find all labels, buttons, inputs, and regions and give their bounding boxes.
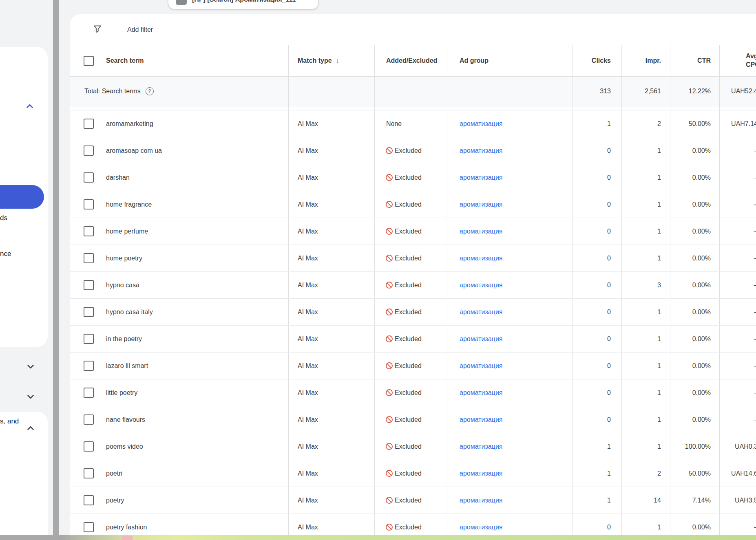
chevron-down-icon[interactable] (25, 391, 36, 402)
match-type-value: AI Max (289, 174, 318, 181)
ad-group-link[interactable]: ароматизация (447, 497, 503, 504)
header-ad-group[interactable]: Ad group (447, 45, 573, 76)
sidebar-primary-button[interactable] (0, 185, 44, 209)
sidebar-item-label-cropped[interactable]: nce (0, 250, 11, 258)
header-added-excluded[interactable]: Added/Excluded (374, 45, 447, 76)
row-checkbox[interactable] (84, 199, 94, 209)
ad-group-link[interactable]: ароматизация (447, 416, 503, 423)
row-checkbox[interactable] (84, 361, 94, 371)
status-text: Excluded (395, 443, 422, 450)
row-checkbox[interactable] (84, 388, 94, 398)
row-checkbox[interactable] (84, 495, 94, 505)
ctr-value: 0.00% (670, 406, 719, 433)
ad-group-link[interactable]: ароматизация (447, 147, 503, 154)
status-excluded: Excluded (375, 523, 422, 531)
header-clicks[interactable]: Clicks (573, 45, 621, 76)
avg-cpc-value: – (719, 379, 756, 406)
row-checkbox[interactable] (84, 253, 94, 263)
ad-group-link[interactable]: ароматизация (447, 120, 503, 128)
row-checkbox[interactable] (84, 468, 94, 478)
chevron-up-icon[interactable] (24, 101, 35, 112)
status-excluded: Excluded (375, 146, 422, 155)
sidebar-item-label-cropped: s, and (0, 417, 19, 425)
excluded-icon (385, 254, 393, 262)
match-type-value: AI Max (289, 443, 318, 450)
impressions-value: 1 (621, 514, 670, 535)
chevron-up-icon[interactable] (25, 423, 36, 434)
header-impressions[interactable]: Impr. (621, 45, 670, 76)
match-type-value: AI Max (289, 147, 318, 154)
select-all-checkbox[interactable] (84, 56, 94, 66)
total-clicks: 313 (573, 77, 621, 106)
ad-group-link[interactable]: ароматизация (447, 470, 503, 477)
clicks-value: 0 (573, 218, 621, 245)
row-checkbox[interactable] (84, 145, 94, 156)
ctr-value: 50.00% (670, 460, 719, 487)
row-checkbox[interactable] (84, 522, 94, 532)
match-type-value: AI Max (289, 282, 318, 289)
match-type-value: AI Max (289, 335, 318, 343)
status-excluded: Excluded (375, 254, 422, 262)
help-icon[interactable]: ? (146, 87, 154, 95)
sidebar-item-label-cropped[interactable]: ds (0, 214, 7, 222)
row-checkbox[interactable] (84, 119, 94, 129)
vertical-scrollbar[interactable] (53, 0, 59, 535)
ad-group-link[interactable]: ароматизация (447, 443, 503, 450)
total-ctr: 12.22% (670, 77, 719, 106)
status-text: Excluded (395, 470, 422, 477)
row-checkbox[interactable] (84, 441, 94, 452)
search-term-text: lazaro lil smart (106, 362, 148, 370)
ad-group-link[interactable]: ароматизация (447, 255, 503, 262)
row-checkbox[interactable] (84, 414, 94, 425)
search-term-text: hypno casa italy (106, 309, 153, 316)
add-filter-button[interactable]: Add filter (127, 26, 153, 33)
clicks-value: 0 (573, 353, 621, 379)
excluded-icon (385, 281, 393, 289)
campaign-tab-chip[interactable]: [HP] [Search] Ароматизация_111 (168, 0, 318, 9)
row-checkbox[interactable] (84, 307, 94, 317)
ctr-value: 0.00% (670, 164, 719, 191)
impressions-value: 1 (621, 379, 670, 406)
header-match-type[interactable]: Match type ↓ (288, 45, 374, 76)
chevron-down-icon[interactable] (25, 361, 36, 372)
status-excluded: Excluded (375, 388, 422, 397)
sort-descending-icon[interactable]: ↓ (336, 57, 340, 65)
ad-group-link[interactable]: ароматизация (447, 174, 503, 181)
ctr-value: 0.00% (670, 379, 719, 406)
status-text: Excluded (395, 362, 422, 370)
clicks-value: 0 (573, 137, 621, 164)
row-checkbox[interactable] (84, 226, 94, 236)
status-text: Excluded (395, 309, 422, 316)
ad-group-link[interactable]: ароматизация (447, 362, 503, 370)
sidebar-panel-top: ds nce (0, 47, 48, 347)
impressions-value: 1 (621, 245, 670, 271)
status-text: Excluded (395, 228, 422, 235)
ad-group-link[interactable]: ароматизация (447, 228, 503, 235)
filter-toolbar: Add filter (70, 14, 756, 45)
match-type-value: AI Max (289, 255, 318, 262)
header-ctr[interactable]: CTR (670, 45, 719, 76)
row-checkbox[interactable] (84, 280, 94, 290)
ad-group-link[interactable]: ароматизация (447, 389, 503, 397)
ad-group-link[interactable]: ароматизация (447, 524, 503, 531)
table-row: lazaro lil smartAI MaxExcludedароматизац… (70, 353, 756, 379)
filter-icon[interactable] (93, 24, 102, 35)
row-checkbox[interactable] (84, 172, 94, 183)
table-row: poetryAI MaxExcludedароматизация1147.14%… (70, 487, 756, 514)
header-avg-cpc[interactable]: Avg. CPC (719, 45, 756, 76)
excluded-icon (385, 335, 393, 343)
impressions-value: 1 (621, 353, 670, 379)
status-excluded: Excluded (375, 361, 422, 370)
avg-cpc-value: UAH0.3 (719, 433, 756, 460)
status-text: Excluded (395, 416, 422, 423)
ad-group-link[interactable]: ароматизация (447, 309, 503, 316)
excluded-icon (385, 173, 393, 182)
ad-group-link[interactable]: ароматизация (447, 282, 503, 289)
excluded-icon (385, 442, 393, 451)
row-checkbox[interactable] (84, 334, 94, 344)
match-type-value: AI Max (289, 524, 318, 531)
ad-group-link[interactable]: ароматизация (447, 201, 503, 208)
header-search-term[interactable]: Search term (70, 45, 288, 76)
ad-group-link[interactable]: ароматизация (447, 335, 503, 343)
clicks-value: 1 (573, 433, 621, 460)
